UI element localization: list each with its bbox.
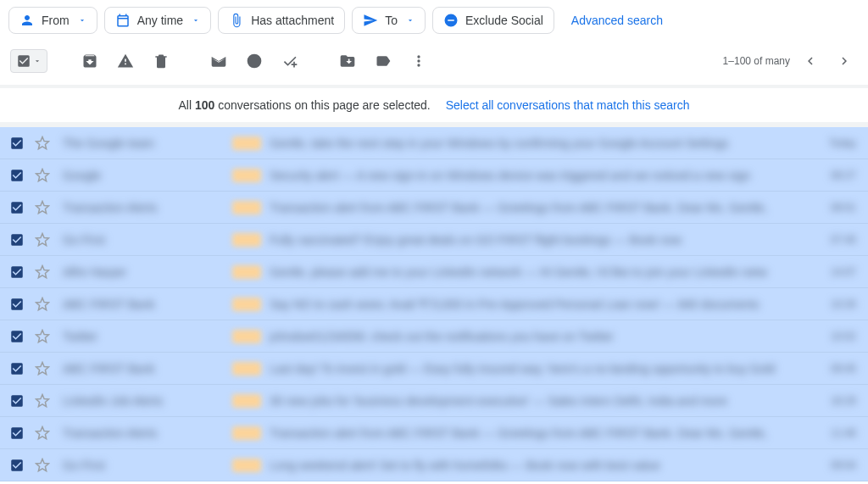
star-icon[interactable] bbox=[34, 392, 51, 409]
anytime-chip-label: Any time bbox=[137, 14, 183, 27]
time: 09:45 bbox=[814, 363, 856, 375]
sender: Go First bbox=[63, 459, 224, 472]
subject: johndoe01234556: check out the notificat… bbox=[270, 330, 805, 343]
subject: Gentle, please add me to your LinkedIn n… bbox=[270, 265, 805, 279]
category-tag bbox=[232, 136, 261, 150]
category-tag bbox=[232, 201, 261, 214]
row-checkbox[interactable] bbox=[8, 360, 25, 377]
mail-row[interactable]: Transaction AlertsTransaction alert from… bbox=[0, 417, 868, 449]
sender: Twitter bbox=[63, 330, 224, 343]
page-range: 1–100 of many bbox=[723, 55, 790, 67]
to-chip-label: To bbox=[385, 14, 398, 27]
selection-banner-wrap: All 100 conversations on this page are s… bbox=[0, 85, 868, 124]
sender: Transaction Alerts bbox=[63, 201, 224, 214]
move-to-button[interactable] bbox=[332, 46, 363, 76]
time: 10:02 bbox=[814, 331, 856, 342]
row-checkbox[interactable] bbox=[8, 457, 25, 474]
time: 09:04 bbox=[814, 459, 856, 471]
row-checkbox[interactable] bbox=[8, 392, 25, 409]
sender: Alfre Harper bbox=[63, 265, 224, 279]
row-checkbox[interactable] bbox=[8, 296, 25, 313]
category-tag bbox=[232, 298, 261, 311]
next-page-button[interactable] bbox=[831, 47, 858, 75]
subject: Security alert — A new sign-in on Window… bbox=[270, 169, 805, 182]
mail-row[interactable]: Alfre HarperGentle, please add me to you… bbox=[0, 256, 868, 288]
attachment-chip[interactable]: Has attachment bbox=[218, 7, 345, 34]
star-icon[interactable] bbox=[34, 167, 51, 184]
star-icon[interactable] bbox=[34, 199, 51, 216]
sender: Google bbox=[63, 169, 224, 182]
mail-row[interactable]: Transaction AlertsTransaction alert from… bbox=[0, 192, 868, 224]
time: 07:45 bbox=[814, 234, 856, 246]
subject: Fully vaccinated? Enjoy great deals on G… bbox=[270, 233, 805, 247]
row-checkbox[interactable] bbox=[8, 264, 25, 281]
mail-row[interactable]: The Google teamGentle, take the next ste… bbox=[0, 127, 868, 159]
category-tag bbox=[232, 394, 261, 408]
banner-suffix: conversations on this page are selected. bbox=[214, 98, 431, 112]
sender: ABC FIRST Bank bbox=[63, 298, 224, 311]
sender: The Google team bbox=[63, 136, 224, 150]
star-icon[interactable] bbox=[34, 264, 51, 281]
labels-button[interactable] bbox=[368, 46, 398, 76]
mail-row[interactable]: Go FirstFully vaccinated? Enjoy great de… bbox=[0, 224, 868, 256]
snooze-button[interactable] bbox=[239, 46, 270, 76]
to-chip[interactable]: To bbox=[352, 7, 426, 34]
prev-page-button[interactable] bbox=[797, 47, 824, 75]
sender: ABC FIRST Bank bbox=[63, 362, 224, 376]
star-icon[interactable] bbox=[34, 231, 51, 248]
row-checkbox[interactable] bbox=[8, 135, 25, 152]
star-icon[interactable] bbox=[34, 425, 51, 442]
action-toolbar: 1–100 of many bbox=[0, 41, 868, 85]
time: 14:07 bbox=[814, 266, 856, 278]
caret-down-icon bbox=[33, 57, 42, 65]
mail-row[interactable]: Twitterjohndoe01234556: check out the no… bbox=[0, 320, 868, 353]
calendar-icon bbox=[115, 13, 131, 28]
select-all-matching-link[interactable]: Select all conversations that match this… bbox=[446, 98, 690, 112]
sender: Go First bbox=[63, 233, 224, 247]
time: 08:27 bbox=[814, 170, 856, 181]
row-checkbox[interactable] bbox=[8, 425, 25, 442]
select-all-dropdown[interactable] bbox=[10, 49, 47, 73]
row-checkbox[interactable] bbox=[8, 199, 25, 216]
mail-row[interactable]: LinkedIn Job Alerts30 new jobs for 'busi… bbox=[0, 385, 868, 417]
report-spam-button[interactable] bbox=[110, 46, 141, 76]
caret-down-icon bbox=[406, 16, 415, 25]
pagination: 1–100 of many bbox=[723, 47, 858, 75]
star-icon[interactable] bbox=[34, 360, 51, 377]
exclude-social-chip[interactable]: Exclude Social bbox=[432, 7, 554, 34]
archive-button[interactable] bbox=[75, 46, 105, 76]
star-icon[interactable] bbox=[34, 457, 51, 474]
mail-row[interactable]: ABC FIRST BankSay NO to cash woes: Avail… bbox=[0, 288, 868, 320]
star-icon[interactable] bbox=[34, 296, 51, 313]
from-chip[interactable]: From bbox=[8, 7, 97, 34]
star-icon[interactable] bbox=[34, 135, 51, 152]
category-tag bbox=[232, 362, 261, 376]
subject: Gentle, take the next step in your Windo… bbox=[270, 136, 805, 150]
mail-row[interactable]: ABC FIRST BankLast day! To invest in gol… bbox=[0, 353, 868, 385]
delete-button[interactable] bbox=[146, 46, 176, 76]
banner-count: 100 bbox=[195, 98, 214, 112]
sender: LinkedIn Job Alerts bbox=[63, 394, 224, 408]
advanced-search-link[interactable]: Advanced search bbox=[571, 14, 663, 27]
attachment-chip-label: Has attachment bbox=[251, 14, 334, 27]
row-checkbox[interactable] bbox=[8, 328, 25, 345]
anytime-chip[interactable]: Any time bbox=[104, 7, 211, 34]
star-icon[interactable] bbox=[34, 328, 51, 345]
subject: 30 new jobs for 'business development ex… bbox=[270, 394, 805, 408]
mail-row[interactable]: Go FirstLong weekend alert! Set to fly w… bbox=[0, 449, 868, 481]
mark-read-button[interactable] bbox=[203, 46, 234, 76]
remove-circle-icon bbox=[443, 13, 459, 28]
category-tag bbox=[232, 426, 261, 440]
more-button[interactable] bbox=[403, 46, 434, 76]
mail-row[interactable]: GoogleSecurity alert — A new sign-in on … bbox=[0, 159, 868, 192]
add-to-tasks-button[interactable] bbox=[275, 46, 305, 76]
caret-down-icon bbox=[192, 16, 200, 25]
category-tag bbox=[232, 459, 261, 472]
checkbox-checked-icon bbox=[16, 53, 31, 69]
subject: Transaction alert from ABC FIRST Bank — … bbox=[270, 201, 805, 214]
row-checkbox[interactable] bbox=[8, 167, 25, 184]
row-checkbox[interactable] bbox=[8, 231, 25, 248]
selection-banner: All 100 conversations on this page are s… bbox=[0, 88, 868, 122]
filter-chip-row: From Any time Has attachment To Exclu bbox=[0, 0, 868, 41]
subject: Transaction alert from ABC FIRST Bank — … bbox=[270, 426, 805, 440]
